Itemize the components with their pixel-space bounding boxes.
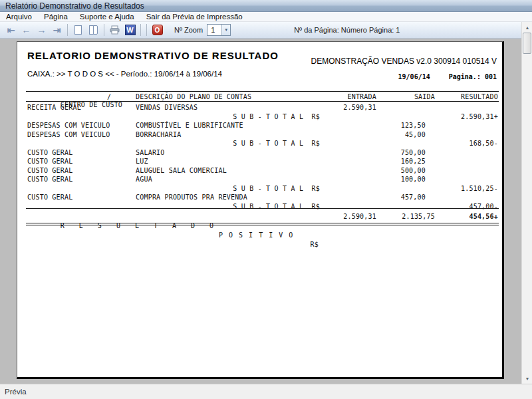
table-header: CENTRO DE CUSTO / DESCRIÇÃO DO PLANO DE … bbox=[27, 93, 499, 101]
cell-resultado bbox=[435, 148, 498, 158]
cell-saida bbox=[376, 202, 435, 211]
toolbar-separator bbox=[140, 24, 141, 36]
cell-descricao: COMPRA PRODUTOS PRA REVENDA bbox=[136, 193, 320, 202]
first-page-icon: ⇤ bbox=[7, 25, 15, 35]
rule-header-bottom bbox=[26, 101, 499, 102]
cell-descricao: S U B - T O T A L R$ bbox=[136, 202, 320, 211]
cell-resultado: 168,50- bbox=[435, 139, 498, 148]
report-filter-line: CAIXA.: >> T O D O S << - Período.: 19/0… bbox=[27, 70, 222, 78]
prev-page-icon: ← bbox=[22, 25, 31, 35]
cell-entrada bbox=[320, 175, 376, 184]
toolbar: ⇤ ← → ⇥ W O Nº Zoom 1 ▼ Nº da Página: Nú… bbox=[0, 22, 532, 39]
next-page-button[interactable]: → bbox=[34, 23, 49, 37]
export-word-button[interactable]: W bbox=[122, 23, 138, 37]
menu-item-suporte[interactable]: Suporte e Ajuda bbox=[74, 12, 140, 21]
scrollbar-thumb[interactable] bbox=[523, 33, 531, 54]
status-bar: Prévia bbox=[0, 384, 532, 399]
cell-centro: RECEITA GERAL bbox=[27, 103, 136, 112]
table-row: DESPESAS COM VEICULO COMBUSTÍVEL E LUBRI… bbox=[27, 121, 499, 130]
cell-saida: 457,00 bbox=[376, 193, 435, 202]
print-button[interactable] bbox=[107, 23, 122, 37]
toolbar-separator bbox=[67, 24, 68, 36]
result-row: R E S U L T A D O P O S I T I V O R$ 2.5… bbox=[27, 212, 499, 221]
cell-saida bbox=[376, 112, 435, 122]
table-row: CUSTO GERAL COMPRA PRODUTOS PRA REVENDA … bbox=[27, 193, 499, 202]
cell-descricao: S U B - T O T A L R$ bbox=[136, 112, 320, 122]
zoom-select[interactable]: 1 ▼ bbox=[207, 24, 231, 36]
cell-saida bbox=[376, 139, 435, 148]
cell-saida: 123,50 bbox=[376, 121, 435, 130]
cell-resultado bbox=[435, 103, 498, 112]
menu-item-arquivo[interactable]: Arquivo bbox=[0, 12, 38, 21]
scroll-down-icon[interactable]: ▼ bbox=[522, 373, 532, 384]
col-header-centro: CENTRO DE CUSTO / bbox=[27, 93, 136, 101]
single-page-view-button[interactable] bbox=[70, 23, 86, 37]
result-label-group: R E S U L T A D O P O S I T I V O R$ bbox=[27, 212, 320, 221]
zoom-value: 1 bbox=[207, 25, 221, 35]
menu-item-sair-previa[interactable]: Sair da Prévia de Impressão bbox=[140, 12, 249, 21]
status-text: Prévia bbox=[5, 388, 27, 396]
cell-descricao: LUZ bbox=[136, 157, 320, 166]
report-title: RELATORIO DEMONSTRATIVO DE RESULTADO bbox=[27, 50, 279, 61]
cell-entrada bbox=[320, 121, 376, 130]
exit-preview-button[interactable]: O bbox=[150, 23, 165, 37]
table-row: CUSTO GERAL ALUGUEL SALA COMERCIAL 500,0… bbox=[27, 166, 499, 176]
cell-resultado bbox=[435, 175, 498, 184]
cell-centro bbox=[27, 139, 136, 148]
report-date: 19/06/14 bbox=[398, 73, 430, 80]
cell-centro: CUSTO GERAL bbox=[27, 193, 136, 202]
cell-centro bbox=[27, 112, 136, 122]
zoom-label: Nº Zoom bbox=[174, 26, 203, 34]
cell-resultado bbox=[435, 121, 498, 130]
window-title: Relatório Demonstrativo de Resultados bbox=[5, 1, 144, 11]
report-version-label: DEMONSTRAÇÃO VENDAS v2.0 300914 010514 V bbox=[311, 57, 497, 66]
cell-centro: DESPESAS COM VEICULO bbox=[27, 121, 136, 130]
subtotal-row: S U B - T O T A L R$ 1.510,25- bbox=[27, 184, 499, 194]
menu-item-pagina[interactable]: Página bbox=[38, 12, 74, 21]
result-status: P O S I T I V O bbox=[219, 231, 294, 240]
preview-area: RELATORIO DEMONSTRATIVO DE RESULTADO DEM… bbox=[0, 39, 532, 384]
cell-saida: 45,00 bbox=[376, 130, 435, 140]
result-resultado: 454,56+ bbox=[435, 212, 498, 221]
cell-descricao: SALARIO bbox=[136, 148, 320, 158]
rule-above-result bbox=[26, 208, 499, 209]
cell-entrada bbox=[320, 112, 376, 122]
subtotal-row: S U B - T O T A L R$ 2.590,31+ bbox=[27, 112, 499, 122]
scroll-up-icon[interactable]: ▲ bbox=[522, 22, 532, 33]
cell-centro bbox=[27, 184, 136, 194]
last-page-button[interactable]: ⇥ bbox=[49, 23, 65, 37]
cell-saida: 160,25 bbox=[376, 157, 435, 166]
cell-centro bbox=[27, 202, 136, 211]
cell-resultado bbox=[435, 157, 498, 166]
cell-centro: DESPESAS COM VEICULO bbox=[27, 130, 136, 140]
col-header-entrada: ENTRADA bbox=[320, 93, 376, 101]
subtotal-row: S U B - T O T A L R$ 168,50- bbox=[27, 139, 499, 148]
title-bar: Relatório Demonstrativo de Resultados bbox=[0, 0, 532, 12]
prev-page-button[interactable]: ← bbox=[19, 23, 34, 37]
last-page-icon: ⇥ bbox=[53, 25, 61, 35]
result-entrada: 2.590,31 bbox=[320, 212, 376, 221]
col-header-descricao: DESCRIÇÃO DO PLANO DE CONTAS bbox=[136, 93, 320, 101]
cell-entrada bbox=[320, 139, 376, 148]
cell-descricao: ALUGUEL SALA COMERCIAL bbox=[136, 166, 320, 176]
first-page-button[interactable]: ⇤ bbox=[3, 23, 19, 37]
cell-descricao: S U B - T O T A L R$ bbox=[136, 139, 320, 148]
single-page-icon bbox=[74, 25, 82, 35]
table-row: RECEITA GERAL VENDAS DIVERSAS 2.590,31 bbox=[27, 103, 499, 112]
power-icon: O bbox=[152, 25, 163, 35]
table-row: CUSTO GERAL AGUA 100,00 bbox=[27, 175, 499, 184]
cell-entrada bbox=[320, 166, 376, 176]
cell-resultado bbox=[435, 130, 498, 140]
toolbar-separator bbox=[146, 24, 147, 36]
cell-resultado bbox=[435, 166, 498, 176]
two-page-view-button[interactable] bbox=[86, 23, 101, 37]
vertical-scrollbar[interactable]: ▲ ▼ bbox=[521, 22, 532, 384]
table-row: CUSTO GERAL SALARIO 750,00 bbox=[27, 148, 499, 158]
report-rows: RECEITA GERAL VENDAS DIVERSAS 2.590,31 S… bbox=[27, 103, 499, 211]
cell-saida bbox=[376, 103, 435, 112]
cell-descricao: VENDAS DIVERSAS bbox=[136, 103, 320, 112]
word-icon: W bbox=[125, 25, 136, 35]
table-row: DESPESAS COM VEICULO BORRACHARIA 45,00 bbox=[27, 130, 499, 140]
cell-entrada bbox=[320, 130, 376, 140]
chevron-down-icon[interactable]: ▼ bbox=[221, 25, 230, 35]
